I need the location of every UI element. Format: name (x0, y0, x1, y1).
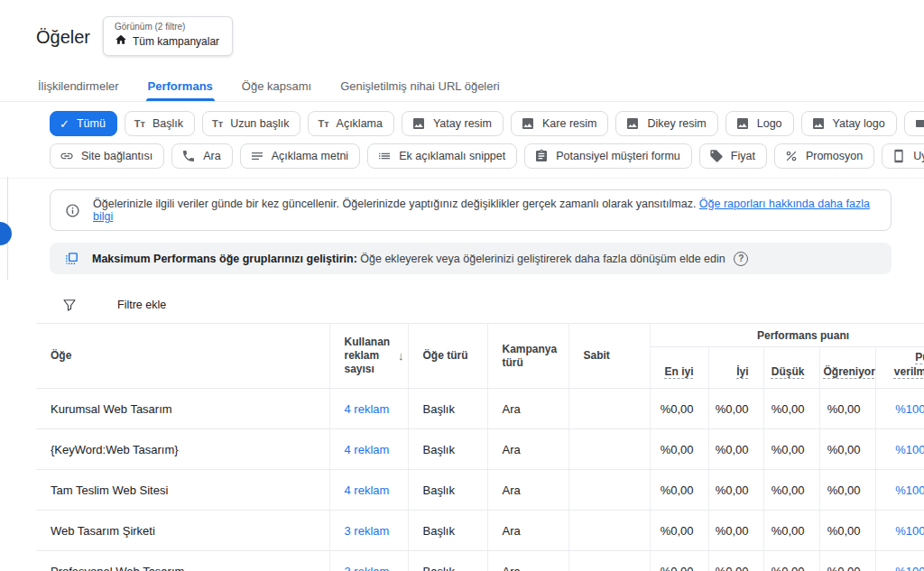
column-header-learning[interactable]: Öğreniyor (819, 347, 875, 389)
filter-chip[interactable]: Ara (171, 143, 232, 169)
pinned-cell (568, 470, 650, 511)
column-header-best[interactable]: En iyi (650, 347, 708, 389)
filter-chip[interactable]: Yatay logo (801, 111, 897, 136)
filter-chip[interactable]: Uygulama (882, 143, 924, 169)
tab[interactable]: Öğe kapsamı (240, 74, 313, 101)
filter-icon[interactable] (61, 297, 78, 313)
filter-chip[interactable]: Kare resim (511, 111, 608, 136)
score-good-cell: %0,00 (708, 551, 763, 571)
snippet-icon (377, 149, 392, 163)
table-toolbar: Filtre ekle (0, 287, 924, 323)
score-unrated-cell: %100,00 (875, 511, 924, 551)
table-row: {KeyWord:Web Tasarım} 4 reklam Başlık Ar… (36, 429, 924, 470)
promo-icon (784, 149, 799, 163)
column-header-low[interactable]: Düşük (763, 347, 819, 389)
score-best-cell: %0,00 (650, 389, 708, 429)
filter-chip[interactable]: Site bağlantısı (50, 143, 164, 169)
tab-label: İlişkilendirmeler (38, 79, 119, 93)
add-filter-button[interactable]: Filtre ekle (117, 299, 166, 311)
chip-label: Açıklama (337, 117, 383, 130)
column-header-pinned[interactable]: Sabit (568, 324, 650, 389)
filter-chip[interactable]: Tт Başlık (125, 111, 195, 136)
filter-chip[interactable]: Ek açıklamalı snippet (367, 143, 517, 169)
score-best-cell: %0,00 (650, 429, 708, 470)
side-panel-toggle[interactable] (0, 222, 12, 245)
filter-chip[interactable]: Açıklama metni (240, 143, 360, 169)
ads-count-link[interactable]: 4 reklam (329, 389, 408, 429)
image-icon (811, 116, 826, 131)
ads-count-link[interactable]: 4 reklam (329, 470, 408, 511)
asset-type-filter-bar: ✓ Tümü Tт Başlık Tт Uzun başlık Tт Açıkl… (0, 102, 924, 179)
asset-type-cell: Başlık (408, 470, 487, 511)
chip-label: Başlık (152, 117, 183, 130)
table-row: Profesyonel Web Tasarım 3 reklam Başlık … (36, 551, 924, 571)
column-header-ads-count[interactable]: Kullanan reklam sayısı ↓ (329, 324, 408, 389)
chip-label: Site bağlantısı (81, 150, 152, 162)
score-unrated-cell: %100,00 (875, 389, 924, 429)
campaign-type-cell: Ara (487, 551, 568, 571)
column-header-asset-type[interactable]: Öğe türü (408, 324, 487, 389)
filter-chip[interactable]: Yatay resim (402, 111, 504, 136)
score-learning-cell: %0,00 (819, 389, 875, 429)
filter-chip[interactable]: Promosyon (774, 143, 874, 169)
table-row: Kurumsal Web Tasarım 4 reklam Başlık Ara… (36, 389, 924, 429)
chip-label: Uzun başlık (230, 117, 289, 130)
tab[interactable]: İlişkilendirmeler (36, 74, 121, 101)
filter-chip[interactable]: Tт Uzun başlık (202, 111, 300, 136)
score-learning-cell: %0,00 (819, 551, 875, 571)
filter-chip[interactable]: Fiyat (699, 143, 767, 169)
filter-chip[interactable]: Dikey resim (615, 111, 717, 136)
view-filter-label: Görünüm (2 filtre) (115, 22, 219, 32)
chip-label: Yatay resim (433, 117, 492, 130)
tab-label: Genişletilmiş nihai URL öğeleri (340, 79, 500, 93)
improve-asset-groups-banner: Maksimum Performans öğe gruplarınızı gel… (50, 243, 892, 274)
chip-label: Ara (203, 150, 220, 162)
column-header-asset[interactable]: Öğe (36, 324, 329, 389)
asset-name-cell: Profesyonel Web Tasarım (36, 551, 329, 571)
data-freshness-banner: Öğelerinizle ilgili veriler günde bir ke… (50, 189, 892, 231)
campaign-type-cell: Ara (487, 470, 568, 511)
check-icon: ✓ (60, 117, 69, 131)
score-low-cell: %0,00 (763, 470, 819, 511)
ads-count-link[interactable]: 4 reklam (329, 429, 408, 470)
text-icon: Tт (212, 118, 223, 129)
info-icon (65, 203, 80, 218)
asset-name-cell: Web Tasarım Şirketi (36, 511, 329, 551)
column-header-campaign-type[interactable]: Kampanya türü (487, 324, 568, 389)
chip-label: Ek açıklamalı snippet (399, 150, 505, 162)
column-header-unrated[interactable]: Puan verilmedi (875, 347, 924, 389)
ads-count-link[interactable]: 3 reklam (329, 551, 408, 571)
call-icon (181, 149, 196, 163)
view-filter-value: Tüm kampanyalar (133, 35, 219, 48)
asset-type-filter-row-2: Site bağlantısı Ara Açıklama metni Ek aç… (50, 143, 924, 169)
view-filter-dropdown[interactable]: Görünüm (2 filtre) Tüm kampanyalar (103, 16, 233, 56)
score-best-cell: %0,00 (650, 551, 708, 571)
help-icon[interactable]: ? (734, 252, 748, 266)
ads-count-link[interactable]: 3 reklam (329, 511, 408, 551)
chip-label: Dikey resim (647, 117, 706, 130)
filter-chip[interactable]: Logo (725, 111, 794, 136)
tab-label: Performans (148, 79, 213, 93)
score-low-cell: %0,00 (763, 511, 819, 551)
filter-chip[interactable]: YouTube videosu (904, 111, 924, 136)
filter-chip[interactable]: Potansiyel müşteri formu (524, 143, 692, 169)
image-icon (625, 116, 640, 131)
asset-type-cell: Başlık (408, 389, 487, 429)
filter-chip[interactable]: ✓ Tümü (50, 111, 117, 136)
table-group-header-row: Öğe Kullanan reklam sayısı ↓ Öğe türü Ka… (36, 324, 924, 347)
sort-descending-icon: ↓ (398, 348, 404, 363)
image-icon (411, 116, 426, 131)
tab[interactable]: Genişletilmiş nihai URL öğeleri (338, 74, 502, 101)
assets-page: Öğeler Görünüm (2 filtre) Tüm kampanyala… (0, 0, 924, 571)
score-unrated-cell: %100,00 (875, 551, 924, 571)
score-low-cell: %0,00 (763, 429, 819, 470)
score-learning-cell: %0,00 (819, 470, 875, 511)
filter-chip[interactable]: Tт Açıklama (308, 111, 394, 136)
chip-label: Potansiyel müşteri formu (556, 150, 680, 162)
tab[interactable]: Performans (146, 74, 215, 101)
pinned-cell (568, 511, 650, 551)
pinned-cell (568, 551, 650, 571)
score-best-cell: %0,00 (650, 470, 708, 511)
score-low-cell: %0,00 (763, 389, 819, 429)
column-header-good[interactable]: İyi (708, 347, 763, 389)
